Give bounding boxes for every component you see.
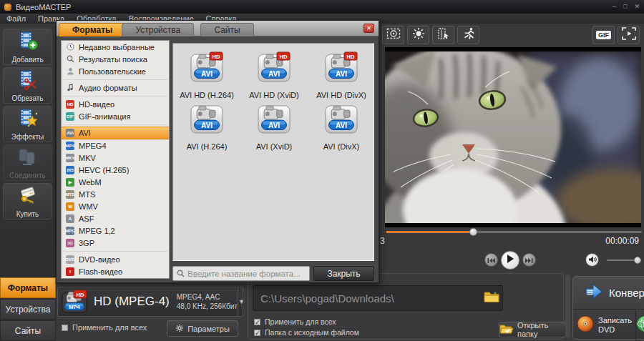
- format-category-wmv[interactable]: WWMV: [62, 200, 169, 212]
- folder-icon: [483, 290, 500, 307]
- output-format-selector[interactable]: MP4HD HD (MPEG-4) MPEG4, AAC48,0 KHz, 25…: [57, 287, 243, 317]
- seek-bar[interactable]: [386, 231, 642, 233]
- speed-button[interactable]: [457, 26, 479, 44]
- format-category-list: Недавно выбранныеРезультаты поискаПользо…: [61, 40, 170, 279]
- parameters-button[interactable]: Параметры: [167, 320, 238, 337]
- menu-item-файл[interactable]: Файл: [6, 14, 26, 23]
- source-folder-checkbox[interactable]: ✓ Папка с исходным файлом: [254, 328, 359, 337]
- app-logo-icon: [4, 4, 11, 11]
- format-preset-avi-h-264-[interactable]: AVI AVI (H.264): [173, 104, 240, 151]
- crop-button[interactable]: [382, 26, 404, 44]
- publish-site-button[interactable]: Разместить на сайте: [637, 310, 644, 340]
- prev-frame-icon: [487, 254, 495, 267]
- volume-slider[interactable]: [607, 260, 640, 261]
- format-search-input[interactable]: [187, 270, 306, 278]
- sidebar-tab-сайты[interactable]: Сайты: [0, 320, 56, 341]
- convert-button[interactable]: Конвертировать: [573, 277, 644, 310]
- format-category-пользовательские[interactable]: Пользовательские: [62, 65, 169, 77]
- format-category-3gp[interactable]: 3G3GP: [62, 237, 169, 249]
- format-category-flash-видео[interactable]: fFlash-видео: [62, 265, 169, 277]
- output-path-input[interactable]: [253, 292, 481, 305]
- gif-format-icon: GIF: [66, 112, 74, 121]
- format-preset-avi-hd-xvid-[interactable]: AVIHD AVI HD (XviD): [240, 52, 308, 99]
- dialog-tab-сайты[interactable]: Сайты: [200, 23, 253, 36]
- apply-all-checkbox[interactable]: ✓ Применить для всех: [254, 317, 336, 326]
- gear-icon: [175, 324, 184, 334]
- video-frame-cat: [385, 47, 641, 227]
- list-separator: [62, 122, 169, 127]
- format-preset-avi-divx-[interactable]: AVI AVI (DivX): [308, 104, 375, 151]
- gif-button[interactable]: GIF: [592, 26, 615, 44]
- sidebar-tab-форматы[interactable]: Форматы: [0, 277, 56, 298]
- эффекты-button[interactable]: Эффекты: [3, 106, 52, 142]
- format-category-hd-видео[interactable]: HDHD-видео: [62, 98, 169, 110]
- prev-frame-button[interactable]: [484, 253, 498, 267]
- seek-progress: [386, 231, 473, 233]
- trim-button[interactable]: [432, 26, 454, 44]
- dvd-disc-icon: [577, 315, 594, 335]
- sidebar-button-label: Купить: [16, 210, 39, 218]
- play-button[interactable]: [501, 251, 519, 270]
- next-frame-button[interactable]: [522, 253, 536, 267]
- format-category-label: MPEG4: [79, 142, 107, 150]
- sidebar-tab-устройства[interactable]: Устройства: [0, 299, 56, 320]
- format-category-hevc-h-265-[interactable]: 265HEVC (H.265): [62, 164, 169, 176]
- format-category-gif-анимация[interactable]: GIFGIF-анимация: [62, 110, 169, 122]
- browse-folder-button[interactable]: [481, 287, 502, 309]
- close-button[interactable]: ✕: [634, 0, 640, 14]
- dialog-tab-устройства[interactable]: Устройства: [122, 23, 194, 36]
- maximize-button[interactable]: □: [623, 0, 627, 14]
- next-frame-icon: [525, 254, 533, 267]
- brightness-button[interactable]: [407, 26, 429, 44]
- format-category-label: MPEG 1,2: [79, 227, 115, 235]
- добавить-button[interactable]: Добавить: [3, 29, 52, 65]
- format-category-dvd-видео[interactable]: DVDDVD-видео: [62, 253, 169, 265]
- format-preset-avi-hd-divx-[interactable]: AVIHD AVI HD (DivX): [308, 52, 375, 99]
- hd-format-icon: HD: [66, 100, 74, 109]
- купить-button[interactable]: Купить: [3, 183, 52, 219]
- formats-dialog: ФорматыУстройстваСайты ✕ Недавно выбранн…: [56, 20, 379, 283]
- list-separator: [62, 94, 169, 98]
- sidebar-tabs: ФорматыУстройстваСайты: [0, 277, 56, 341]
- preview-panel: GIF 3 00:00:09: [379, 24, 644, 272]
- format-category-mpeg4[interactable]: MP4MPEG4: [62, 139, 169, 152]
- format-category-label: Аудио форматы: [79, 84, 137, 92]
- apply-all-left-checkbox[interactable]: Применить для всех: [62, 323, 147, 332]
- dialog-close-action-button[interactable]: Закрыть: [313, 266, 374, 281]
- output-path-field[interactable]: [253, 285, 503, 311]
- burn-dvd-label: Записать DVD: [598, 316, 632, 335]
- format-category-asf[interactable]: AASF: [62, 212, 169, 224]
- format-category-mpeg-1-2[interactable]: MPGMPEG 1,2: [62, 224, 169, 237]
- format-preset-avi-hd-h-264-[interactable]: AVIHD AVI HD (H.264): [173, 52, 240, 99]
- format-category-результаты-поиска[interactable]: Результаты поиска: [62, 53, 169, 65]
- обрезать-button[interactable]: Обрезать: [3, 67, 52, 104]
- format-category-label: MKV: [79, 154, 96, 162]
- mpeg4-format-icon: MP4: [66, 142, 74, 150]
- format-dropdown-button[interactable]: ▼: [238, 287, 245, 316]
- avi-format-icon: AVIHD: [258, 52, 291, 85]
- dialog-close-button[interactable]: ✕: [364, 24, 374, 33]
- seek-handle[interactable]: [469, 228, 477, 236]
- burn-dvd-button[interactable]: Записать DVD: [573, 310, 636, 340]
- svg-text:AVI: AVI: [201, 122, 213, 129]
- sidebar: Добавить Обрезать ЭффектыСоединитьКупить…: [0, 24, 56, 341]
- format-search-box[interactable]: [172, 266, 310, 281]
- format-category-avi[interactable]: AVIAVI: [62, 127, 169, 139]
- format-preset-label: AVI (DivX): [323, 142, 360, 151]
- format-category-quicktime-mov-[interactable]: QQuickTime (MOV): [62, 277, 169, 279]
- mute-button[interactable]: [585, 253, 599, 267]
- format-preset-label: AVI HD (H.264): [180, 91, 234, 99]
- format-category-недавно-выбранные[interactable]: Недавно выбранные: [62, 41, 169, 53]
- dialog-tab-форматы[interactable]: Форматы: [59, 23, 126, 36]
- sidebar-button-label: Обрезать: [11, 94, 43, 102]
- format-category-webm[interactable]: ▶WebM: [62, 176, 169, 188]
- volume-handle[interactable]: [634, 257, 641, 264]
- minimize-button[interactable]: –: [613, 0, 616, 14]
- format-preset-avi-xvid-[interactable]: AVI AVI (XviD): [240, 104, 308, 151]
- format-category-mts[interactable]: MTSMTS: [62, 188, 169, 200]
- fullscreen-preview-button[interactable]: [618, 26, 640, 44]
- format-category-mkv[interactable]: MKVMKV: [62, 152, 169, 164]
- panel-separator: [565, 275, 570, 338]
- format-category-аудио-форматы[interactable]: Аудио форматы: [62, 81, 169, 94]
- open-folder-button[interactable]: Открыть папку: [499, 322, 566, 337]
